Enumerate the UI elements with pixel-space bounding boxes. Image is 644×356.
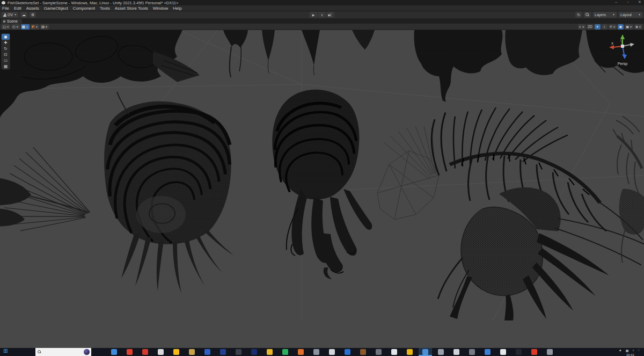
gizmo-x-axis	[609, 45, 614, 49]
tray-icon[interactable]: ♪	[632, 348, 634, 352]
undo-history-button[interactable]: ↻	[575, 12, 582, 18]
start-button[interactable]: ⊞	[3, 348, 8, 354]
gizmo-y-axis	[620, 34, 625, 39]
gizmos-menu-icon: ◈	[635, 25, 638, 29]
maximize-button[interactable]: ▫	[625, 0, 631, 4]
step-icon: ▶▏	[328, 13, 333, 17]
layout-dropdown[interactable]: Layout ▼	[619, 12, 642, 18]
taskbar-app-icon[interactable]	[220, 349, 226, 355]
rect-tool[interactable]: ▭	[2, 57, 10, 63]
account-dropdown[interactable]: OV ▼	[2, 12, 18, 18]
orientation-mode-icon: ◴	[12, 25, 16, 29]
cloud-services-button[interactable]: ☁	[20, 12, 27, 18]
taskbar-app-icon[interactable]	[438, 349, 444, 355]
taskbar-app-icon[interactable]	[407, 349, 413, 355]
chevron-down-icon: ▼	[26, 26, 28, 28]
taskbar-app-icon[interactable]	[531, 349, 537, 355]
taskbar-app-icon[interactable]	[236, 349, 241, 355]
menu-help[interactable]: Help	[173, 6, 181, 11]
scene-toolbar-left-group: ◱▼◴▼▦▼◩▼▤▼	[2, 24, 49, 30]
grid-snapping-toggle-button[interactable]: ▦▼	[21, 24, 30, 30]
gizmos-menu-button[interactable]: ◈▼	[634, 24, 642, 30]
taskbar-app-icon[interactable]	[360, 349, 366, 355]
taskbar-app-icon[interactable]	[111, 349, 117, 355]
snap-increment-button[interactable]: ◩▼	[31, 24, 39, 30]
taskbar-app-icon[interactable]	[469, 349, 475, 355]
search-button[interactable]	[584, 12, 591, 18]
taskbar-app-icon[interactable]	[453, 349, 459, 355]
taskbar-app-icon[interactable]	[376, 349, 382, 355]
grid-visibility-button[interactable]: ▤▼	[40, 24, 49, 30]
menu-assets[interactable]: Assets	[26, 6, 39, 11]
taskbar-app-icon[interactable]	[158, 349, 164, 355]
audio-toggle-icon: ♪	[603, 25, 605, 29]
gizmo-x-label: X	[611, 42, 613, 45]
orientation-mode-button[interactable]: ◴▼	[11, 24, 20, 30]
taskbar-app-icon[interactable]	[345, 349, 350, 355]
taskbar-app-icon[interactable]	[173, 349, 179, 355]
step-button[interactable]: ▶▏	[327, 12, 335, 18]
transform-tool[interactable]: ▦	[2, 63, 10, 69]
menu-component[interactable]: Component	[73, 6, 95, 11]
layers-label: Layers	[595, 13, 606, 17]
pivot-mode-button[interactable]: ◱▼	[2, 24, 10, 30]
scene-visibility-toggle-button[interactable]: ◉	[618, 24, 624, 30]
taskbar-app-icon[interactable]	[422, 349, 428, 355]
menu-asset-store-tools[interactable]: Asset Store Tools	[115, 6, 148, 11]
grid-visibility-icon: ▤	[41, 25, 45, 29]
menu-edit[interactable]: Edit	[14, 6, 21, 11]
2d-toggle-button[interactable]: 2D	[587, 24, 593, 30]
audio-toggle-button[interactable]: ♪	[602, 24, 608, 30]
draw-mode-button[interactable]: ◐▼	[578, 24, 586, 30]
layout-label: Layout	[620, 13, 632, 17]
effects-toggle-button[interactable]: ✳▼	[609, 24, 617, 30]
layers-dropdown[interactable]: Layers ▼	[593, 12, 617, 18]
menu-gameobject[interactable]: GameObject	[44, 6, 68, 11]
camera-settings-button[interactable]: ▣▼	[625, 24, 633, 30]
taskbar-app-icon[interactable]	[267, 349, 273, 355]
taskbar-app-icon[interactable]	[251, 349, 257, 355]
close-button[interactable]: ✕	[636, 0, 643, 4]
taskbar-clock[interactable]: 20:41	[626, 353, 634, 356]
search-icon	[38, 350, 41, 354]
tray-icon[interactable]: ▦	[626, 348, 629, 352]
chevron-down-icon: ▼	[45, 26, 48, 28]
taskbar-app-icon[interactable]	[298, 349, 304, 355]
taskbar-app-icon[interactable]	[329, 349, 335, 355]
rotate-tool[interactable]: ↻	[2, 46, 10, 52]
tray-icon[interactable]: ◌	[638, 348, 640, 352]
menu-file[interactable]: File	[2, 6, 9, 11]
orientation-gizmo[interactable]: X Persp	[606, 33, 639, 67]
settings-button[interactable]: ⚙	[30, 12, 36, 18]
scale-tool[interactable]: ⊡	[2, 52, 10, 57]
tray-icon[interactable]: ▲	[619, 348, 622, 352]
gizmo-persp-label[interactable]: Persp	[606, 62, 639, 66]
taskbar-app-icon[interactable]	[547, 349, 553, 355]
taskbar-app-icon[interactable]	[127, 349, 133, 355]
chevron-down-icon: ▼	[639, 26, 641, 28]
taskbar-search-input[interactable]	[35, 348, 91, 356]
taskbar-app-icon[interactable]	[500, 349, 506, 355]
taskbar-app-icon[interactable]	[485, 349, 491, 355]
system-tray[interactable]: ▲ ▦ ♪ ◌	[619, 348, 640, 352]
lighting-toggle-button[interactable]: ☀	[595, 24, 601, 30]
taskbar-app-icon[interactable]	[313, 349, 319, 355]
view-tool[interactable]: ◉	[2, 34, 10, 40]
taskbar-app-icon[interactable]	[391, 349, 397, 355]
scene-canvas[interactable]	[0, 30, 644, 348]
taskbar-app-icon[interactable]	[282, 349, 288, 355]
move-tool[interactable]: ✚	[2, 40, 10, 46]
taskbar-app-icon[interactable]	[142, 349, 148, 355]
taskbar-app-icon[interactable]	[189, 349, 195, 355]
menu-window[interactable]: Window	[153, 6, 168, 11]
pause-button[interactable]: ‖	[318, 12, 326, 18]
taskbar-app-icon[interactable]	[204, 349, 210, 355]
taskbar-app-icon[interactable]	[516, 349, 522, 355]
menu-tools[interactable]: Tools	[100, 6, 110, 11]
play-button[interactable]: ▶	[310, 12, 318, 18]
tab-scene[interactable]: Scene	[1, 19, 22, 24]
chevron-down-icon: ▼	[6, 26, 9, 28]
scene-viewport[interactable]: ◉✚↻⊡▭▦ X Persp	[0, 30, 644, 348]
minimize-button[interactable]: –	[613, 0, 619, 4]
windows-taskbar: ⊞ ▲ ▦ ♪ ◌ 20:41	[0, 348, 644, 356]
